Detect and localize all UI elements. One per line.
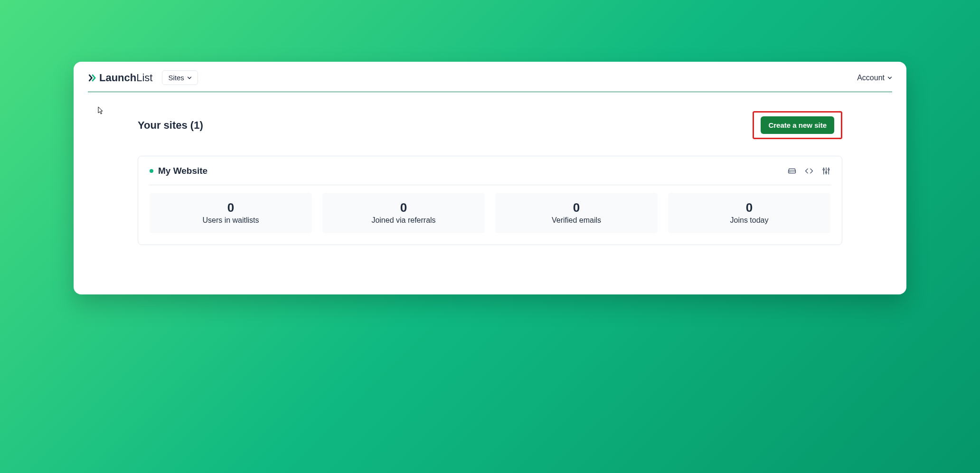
highlight-annotation: Create a new site	[753, 111, 842, 139]
stat-value: 0	[501, 200, 652, 215]
app-window: LaunchList Sites Account Your sites (1) …	[74, 62, 906, 294]
settings-sliders-icon[interactable]	[822, 167, 830, 175]
site-name: My Website	[158, 166, 207, 176]
sites-header: Your sites (1) Create a new site	[138, 111, 842, 139]
sites-dropdown-label: Sites	[168, 74, 184, 82]
stat-label: Verified emails	[501, 216, 652, 225]
svg-point-7	[828, 169, 829, 170]
stat-label: Joins today	[674, 216, 825, 225]
stat-label: Users in waitlists	[155, 216, 306, 225]
stat-label: Joined via referrals	[328, 216, 479, 225]
header-left: LaunchList Sites	[88, 70, 198, 85]
create-site-button[interactable]: Create a new site	[761, 116, 834, 134]
svg-point-3	[823, 169, 824, 170]
logo[interactable]: LaunchList	[88, 72, 152, 84]
logo-text: LaunchList	[99, 72, 152, 84]
stat-value: 0	[328, 200, 479, 215]
stat-value: 0	[674, 200, 825, 215]
account-dropdown[interactable]: Account	[857, 74, 892, 82]
stat-verified-emails[interactable]: 0 Verified emails	[495, 193, 658, 233]
storage-icon[interactable]	[788, 167, 796, 175]
chevron-down-icon	[887, 76, 892, 80]
stat-value: 0	[155, 200, 306, 215]
content-area: Your sites (1) Create a new site My Webs…	[88, 92, 892, 245]
chevron-down-icon	[187, 76, 192, 80]
site-card-header: My Website	[150, 166, 830, 185]
sites-dropdown[interactable]: Sites	[162, 70, 198, 85]
site-card: My Website	[138, 156, 842, 245]
site-actions	[788, 167, 830, 175]
svg-point-5	[826, 172, 827, 173]
stat-joins-today[interactable]: 0 Joins today	[668, 193, 830, 233]
stat-referrals[interactable]: 0 Joined via referrals	[322, 193, 485, 233]
account-dropdown-label: Account	[857, 74, 885, 82]
logo-icon	[88, 73, 97, 83]
page-title: Your sites (1)	[138, 119, 203, 132]
code-icon[interactable]	[805, 167, 813, 175]
stats-grid: 0 Users in waitlists 0 Joined via referr…	[150, 193, 830, 233]
stat-users-waitlist[interactable]: 0 Users in waitlists	[150, 193, 312, 233]
header-bar: LaunchList Sites Account	[88, 70, 892, 92]
site-name-wrap[interactable]: My Website	[150, 166, 207, 176]
status-dot-icon	[150, 169, 153, 173]
